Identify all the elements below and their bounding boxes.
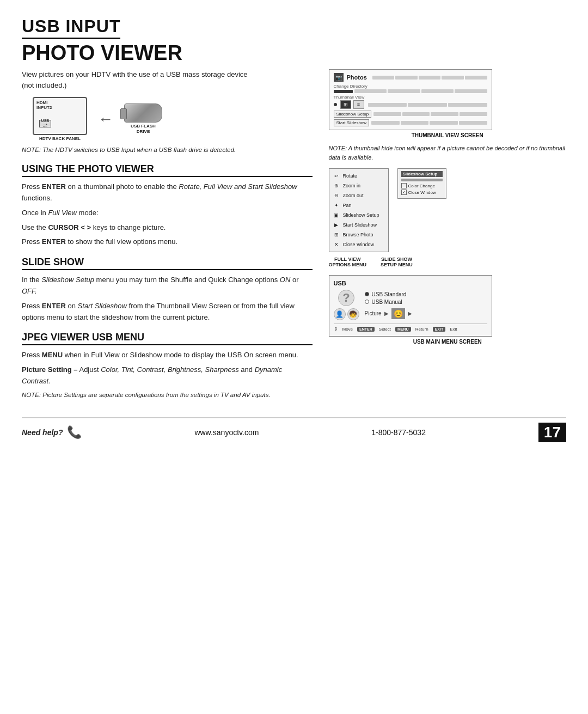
using-p3: Use the CURSOR < > keys to change pictur… <box>22 222 313 234</box>
zoomin-label: Zoom in <box>343 183 361 188</box>
usb-main-menu-screen: USB ? 👤 🧒 <box>329 275 492 337</box>
right-column: 📷 Photos Change Directory <box>329 69 567 406</box>
pan-icon: ✦ <box>333 202 340 209</box>
jpeg-note: NOTE: Picture Settings are separate conf… <box>22 390 313 400</box>
need-help-text: Need help? <box>22 428 63 437</box>
slideshow-bar <box>401 179 443 181</box>
browse-label: Browse Photo <box>343 232 373 237</box>
page-container: USB INPUT PHOTO VIEWER View pictures on … <box>0 0 588 714</box>
slideshow-mini-menu: Slideshow Setup Color Change ✓ Close Win… <box>397 168 446 199</box>
usb-menu-options: USB Standard USB Manual Picture ▶ 😊 <box>365 291 487 319</box>
phone-icon: 📞 <box>67 425 82 440</box>
menu-captions: FULL VIEWOPTIONS MENU SLIDE SHOWSETUP ME… <box>329 257 567 267</box>
footer-website: www.sanyoctv.com <box>194 428 259 437</box>
slideshow-section-heading: SLIDE SHOW <box>22 257 313 270</box>
usb-screen-header-label: USB <box>334 280 487 286</box>
bar6 <box>354 89 387 93</box>
zoomout-label: Zoom out <box>343 193 364 198</box>
slideshow-setup-btn[interactable]: Slideshow Setup <box>334 111 372 118</box>
slideshow-mini-title: Slideshow Setup <box>401 171 443 177</box>
jpeg-p2: Picture Setting – Adjust Color, Tint, Co… <box>22 364 313 387</box>
bar1 <box>372 76 395 80</box>
picture-label: Picture <box>365 310 382 316</box>
usb-manual-option: USB Manual <box>365 299 487 305</box>
pan-label: Pan <box>343 203 352 208</box>
bar5 <box>465 76 487 80</box>
move-label: Move <box>342 327 353 332</box>
bottom-icons-row: 👤 🧒 <box>334 308 359 320</box>
person-icon: 👤 <box>334 308 346 320</box>
start-slideshow-btn[interactable]: Start Slideshow <box>334 119 370 126</box>
enter-btn: ENTER <box>357 327 375 332</box>
bar4 <box>442 76 464 80</box>
footer-phone: 1-800-877-5032 <box>371 428 426 437</box>
page-footer: Need help? 📞 www.sanyoctv.com 1-800-877-… <box>22 417 566 442</box>
bar15 <box>431 112 458 116</box>
slideshow-option2: ✓ Close Window <box>401 190 443 195</box>
slideshow-setup-caption-text: SLIDE SHOWSETUP MENU <box>381 257 413 267</box>
full-view-caption-text: FULL VIEWOPTIONS MENU <box>329 257 367 267</box>
return-label: Return <box>415 327 428 332</box>
bar9 <box>455 89 487 93</box>
bar11 <box>408 103 447 107</box>
bar7 <box>388 89 420 93</box>
start-slideshow-menu-label: Start Slideshow <box>343 222 377 228</box>
thumbnail-view-icons: ⊞ ≡ <box>334 100 364 109</box>
menu-item-zoomin: ⊕ Zoom in <box>333 181 385 191</box>
usb-manual-label: USB Manual <box>372 299 402 305</box>
using-section-heading: USING THE PHOTO VIEWER <box>22 163 313 177</box>
bullet-icon <box>334 103 337 106</box>
close-icon: ✕ <box>333 241 340 248</box>
jpeg-section-heading: JPEG VIEWER USB MENU <box>22 332 313 345</box>
need-help-section: Need help? 📞 <box>22 425 82 440</box>
tv-usb-port: USB ⇌ <box>39 120 51 127</box>
menu-btn: MENU <box>395 327 411 332</box>
bar8 <box>421 89 454 93</box>
picture-face-icon: 😊 <box>394 309 403 318</box>
bar10 <box>368 103 407 107</box>
child-icon: 🧒 <box>347 308 359 320</box>
menu-item-zoomout: ⊖ Zoom out <box>333 191 385 200</box>
browse-icon: ⊞ <box>333 231 340 239</box>
menu-item-browse: ⊞ Browse Photo <box>333 230 385 240</box>
picture-right-arrow: ▶ <box>384 310 389 316</box>
bar20 <box>459 121 487 125</box>
photo-viewer-title: PHOTO VIEWER <box>22 41 566 65</box>
tv-box: HDMIINPUT2 USB ⇌ <box>33 97 87 135</box>
thumb-icon-list: ≡ <box>353 100 364 109</box>
thumbnail-view-section-label: Thumbnail View <box>334 95 487 100</box>
zoomin-icon: ⊕ <box>333 182 340 190</box>
rotate-label: Rotate <box>343 173 358 179</box>
slideshow-p2: Press ENTER on Start Slideshow from the … <box>22 301 313 324</box>
bar3 <box>419 76 441 80</box>
picture-right-arrow2: ▶ <box>408 310 412 316</box>
zoomout-icon: ⊖ <box>333 192 340 199</box>
device-diagram: HDMIINPUT2 USB ⇌ HDTV BACK PANEL ← USB F… <box>33 97 313 141</box>
bar13 <box>373 112 401 116</box>
usb-picture-row: Picture ▶ 😊 ▶ <box>365 308 487 319</box>
rotate-icon: ↩ <box>333 172 340 180</box>
bar19 <box>430 121 458 125</box>
menu-item-rotate: ↩ Rotate <box>333 171 385 181</box>
bar16 <box>460 112 487 116</box>
thumbnail-note: NOTE: A thumbnail hide icon will appear … <box>329 144 567 162</box>
usb-screen-footer: ⇕ Move ENTER Select MENU Return EXIT Exi… <box>334 324 487 332</box>
select-label: Select <box>379 327 391 332</box>
photos-camera-icon: 📷 <box>334 73 344 82</box>
usb-bar-dark <box>334 90 353 93</box>
slideshow-setup-menu-label: Slideshow Setup <box>343 212 379 218</box>
move-arrow-icon: ⇕ <box>334 326 338 332</box>
bar2 <box>395 76 418 80</box>
usb-main-menu-caption: USB MAIN MENU SCREEN <box>329 339 567 345</box>
usb-input-title: USB INPUT <box>22 16 120 39</box>
close-label: Close Window <box>343 242 375 247</box>
thumbnail-screen-caption: THUMBNAIL VIEW SCREEN <box>329 132 567 138</box>
usb-drive-image <box>124 103 162 123</box>
full-view-caption: FULL VIEWOPTIONS MENU <box>329 257 367 267</box>
jpeg-p1: Press MENU when in Full View or Slidesho… <box>22 350 313 361</box>
using-p2: Once in Full View mode: <box>22 208 313 219</box>
tv-label-top: HDMIINPUT2 <box>36 101 52 111</box>
bar17 <box>371 121 400 125</box>
bar12 <box>448 103 487 107</box>
thumb-icon-selected: ⊞ <box>340 100 351 109</box>
